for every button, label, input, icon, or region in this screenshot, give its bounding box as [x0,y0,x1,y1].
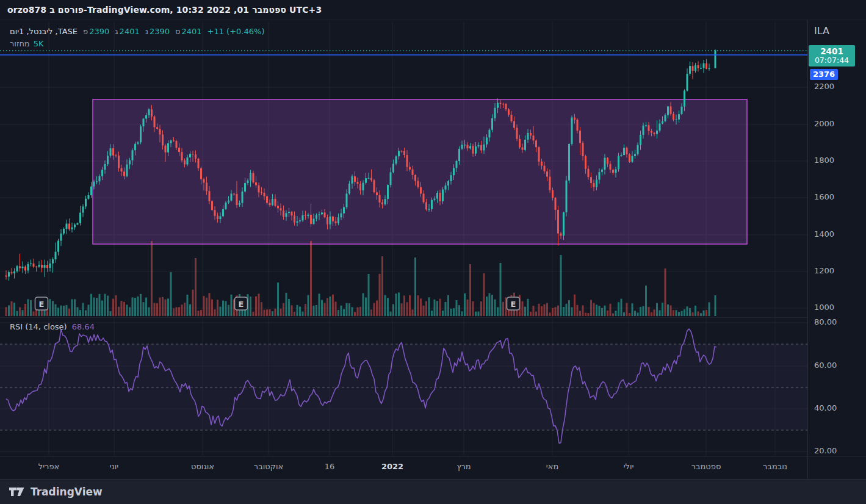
rsi-tick-label: 60.00 [814,361,837,370]
price-tick-label: 1600 [814,192,834,201]
time-tick-label: 16 [325,462,335,471]
svg-text:E: E [239,300,244,309]
symbol-title[interactable]: TASE, ליבנטל, 1יום [10,27,78,36]
pane-separator[interactable] [0,317,866,318]
publisher-line: orzo878 פורסם ב-TradingView.com, 10:32 2… [7,5,322,15]
price-tick-label: 1000 [814,303,834,312]
svg-text:E: E [511,300,516,309]
volume-bars [5,241,716,316]
time-tick-label: מאי [546,462,558,471]
footer-bar: TradingView [0,479,866,504]
chart-canvas[interactable]: EEE [0,20,807,456]
time-tick-label: מרץ [456,462,471,471]
ohlc-close: ס2401 [175,27,202,36]
legend-volume-row: מחזור 5K [10,39,44,48]
price-axis-border [807,20,808,479]
rsi-title[interactable]: RSI (14, close) [10,322,67,331]
time-axis[interactable]: אפריליוניאוגוסטאוקטובר162022מרץמאייוליספ… [0,456,807,479]
price-tick-label: 2200 [814,82,834,91]
time-tick-label: ספטמבר [691,462,721,471]
price-tick-label: 1800 [814,156,834,165]
time-tick-label: אוגוסט [191,462,214,471]
rsi-legend-row: RSI (14, close) 68.64 [10,322,95,331]
ohlc-low: נ2390 [145,27,170,36]
price-tick-label: 1400 [814,229,834,239]
rsi-tick-label: 20.00 [814,446,837,455]
tradingview-logo-icon[interactable] [9,487,25,497]
range-box-drawing [93,99,747,244]
time-tick-label: אפריל [38,462,59,471]
svg-text:E: E [39,300,45,309]
prev-close-badge: 2376 [810,69,838,80]
countdown-timer: 07:07:44 [809,56,855,65]
rsi-tick-label: 80.00 [814,317,837,326]
symbol-ticker-label: ILA [814,25,829,37]
price-tick-label: 2000 [814,119,834,128]
ohlc-open: פ2390 [83,27,109,36]
tradingview-snapshot: orzo878 פורסם ב-TradingView.com, 10:32 2… [0,0,866,504]
price-axis[interactable]: ILA 2200200018001600140012001000 2401 07… [808,20,866,479]
change-value: +11 (+0.46%) [207,27,265,36]
rsi-band [0,344,807,430]
price-tick-label: 1200 [814,266,834,275]
time-tick-label: נובמבר [763,462,787,471]
tradingview-brand-text[interactable]: TradingView [31,486,103,498]
ohlc-high: ג2401 [115,27,139,36]
time-tick-label: יולי [624,462,634,471]
rsi-tick-label: 40.00 [814,403,837,412]
volume-value: 5K [34,39,44,48]
legend-main-row: TASE, ליבנטל, 1יום פ2390 ג2401 נ2390 ס24… [10,27,264,36]
earnings-marker[interactable]: E [507,297,520,310]
time-tick-label: אוקטובר [254,462,283,471]
earnings-marker[interactable]: E [35,297,48,310]
earnings-marker[interactable]: E [235,297,248,310]
time-tick-label: יוני [110,462,119,471]
last-price-badge: 2401 07:07:44 [809,45,855,67]
rsi-value: 68.64 [72,322,95,331]
time-axis-border [0,456,866,456]
publisher-bar: orzo878 פורסם ב-TradingView.com, 10:32 2… [0,0,866,20]
volume-label[interactable]: מחזור [10,39,30,48]
time-tick-label: 2022 [381,462,403,471]
